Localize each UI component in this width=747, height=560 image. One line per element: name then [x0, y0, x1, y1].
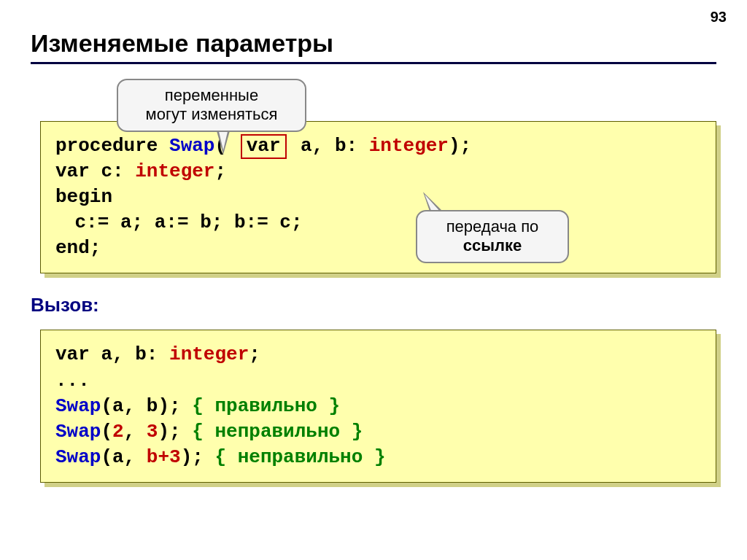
- lit-2: 2: [112, 421, 124, 443]
- body-assignments: c:= a; a:= b; b:= c;: [75, 211, 303, 233]
- call-line-1: var a, b: integer;: [55, 342, 701, 368]
- var-c: c:: [90, 160, 124, 182]
- vars-ab: a, b:: [90, 343, 158, 365]
- callout-line1: переменные: [165, 86, 258, 104]
- p-close-2: );: [158, 421, 180, 443]
- comment-wrong-2: { неправильно }: [214, 446, 385, 468]
- kw-begin: begin: [55, 186, 112, 208]
- call-line-2: ...: [55, 368, 701, 394]
- code-block-procedure: procedure Swap( var a, b: integer); var …: [40, 121, 716, 273]
- expr-b3: b+3: [147, 446, 181, 468]
- call-swap-2: Swap: [55, 421, 101, 443]
- code-line-2: var c: integer;: [55, 159, 701, 184]
- ellipsis: ...: [55, 370, 90, 392]
- code-line-5: end;: [55, 236, 701, 261]
- callout-line2: могут изменяться: [146, 105, 278, 123]
- page-title: Изменяемые параметры: [31, 29, 747, 58]
- params-ab: a, b:: [301, 135, 357, 157]
- comment-right-1: { правильно }: [192, 395, 340, 417]
- type-integer-3: integer: [169, 343, 249, 365]
- callout-by-reference: передача по ссылке: [416, 210, 569, 263]
- comma-2: ,: [124, 421, 147, 443]
- call-args-1: (a, b);: [101, 395, 180, 417]
- callout-variables: переменные могут изменяться: [117, 79, 306, 132]
- code-block-call: var a, b: integer; ... Swap(a, b); { пра…: [40, 330, 716, 482]
- page-number: 93: [711, 9, 727, 26]
- paren-close: );: [449, 135, 471, 157]
- call-label: Вызов:: [31, 294, 747, 316]
- kw-procedure: procedure: [55, 135, 158, 157]
- code-line-4: c:= a; a:= b; b:= c;: [55, 210, 701, 236]
- callout-ref-l2: ссылке: [463, 236, 522, 254]
- call-line-3: Swap(a, b); { правильно }: [55, 394, 701, 419]
- semi-1: ;: [214, 160, 226, 182]
- p-open-3: (a,: [101, 446, 146, 468]
- p-close-3: );: [181, 446, 204, 468]
- title-underline: [31, 62, 716, 64]
- call-swap-1: Swap: [55, 395, 101, 417]
- kw-var: var: [55, 160, 90, 182]
- kw-var-2: var: [55, 343, 90, 365]
- var-keyword-boxed: var: [241, 134, 287, 159]
- semi-3: ;: [249, 343, 260, 365]
- callout-ref-l1: передача по: [446, 217, 539, 236]
- code-line-3: begin: [55, 184, 701, 210]
- proc-name-swap: Swap: [169, 135, 214, 157]
- call-line-4: Swap(2, 3); { неправильно }: [55, 419, 701, 445]
- type-integer-2: integer: [135, 160, 214, 182]
- lit-3: 3: [147, 421, 158, 443]
- code-line-1: procedure Swap( var a, b: integer);: [55, 133, 701, 159]
- call-line-5: Swap(a, b+3); { неправильно }: [55, 445, 701, 470]
- call-swap-3: Swap: [55, 446, 101, 468]
- comment-wrong-1: { неправильно }: [192, 421, 363, 443]
- p-open-2: (: [101, 421, 112, 443]
- type-integer-1: integer: [369, 135, 449, 157]
- kw-end: end: [55, 237, 90, 259]
- semi-2: ;: [90, 237, 101, 259]
- callout-pointer-top: [216, 128, 231, 155]
